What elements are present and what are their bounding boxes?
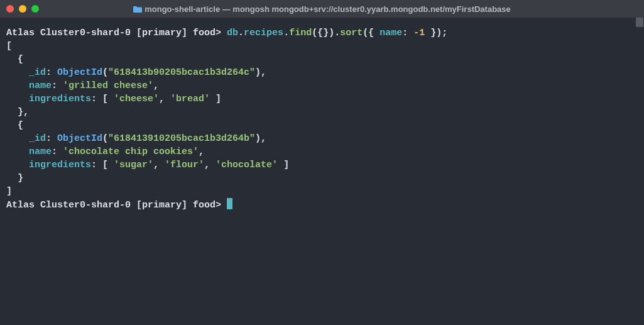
name-value: 'grilled cheese' bbox=[63, 80, 153, 91]
object-close: }, bbox=[6, 107, 29, 118]
field-ingredients: ingredients bbox=[6, 160, 91, 170]
array-close: ] bbox=[6, 186, 12, 197]
object-open: { bbox=[6, 120, 23, 131]
field-name: name bbox=[6, 80, 52, 91]
ingredient-value: 'sugar' bbox=[114, 160, 153, 170]
cmd-sort: sort bbox=[340, 28, 363, 38]
sort-field: name bbox=[379, 28, 402, 38]
name-value: 'chocolate chip cookies' bbox=[63, 146, 199, 157]
array-open: [ bbox=[6, 41, 12, 52]
field-ingredients: ingredients bbox=[6, 94, 91, 104]
window-title-text: mongo-shell-article — mongosh mongodb+sr… bbox=[145, 4, 511, 14]
maximize-icon[interactable] bbox=[31, 5, 39, 13]
field-name: name bbox=[6, 146, 52, 157]
cmd-collection: recipes bbox=[244, 28, 283, 38]
objectid-fn: ObjectId bbox=[57, 133, 102, 144]
minimize-icon[interactable] bbox=[19, 5, 26, 13]
shell-prompt: Atlas Cluster0-shard-0 [primary] food> bbox=[6, 28, 221, 38]
field-id: _id bbox=[6, 67, 46, 78]
window-title: mongo-shell-article — mongosh mongodb+sr… bbox=[0, 4, 644, 14]
id-value: "618413910205bcac1b3d264b" bbox=[108, 133, 255, 144]
object-open: { bbox=[6, 54, 23, 65]
id-value: "618413b90205bcac1b3d264c" bbox=[108, 67, 255, 78]
field-id: _id bbox=[6, 133, 46, 144]
cmd-find: find bbox=[289, 28, 312, 38]
sort-value: -1 bbox=[413, 28, 425, 38]
objectid-fn: ObjectId bbox=[57, 67, 102, 78]
ingredient-value: 'cheese' bbox=[114, 94, 159, 104]
traffic-lights bbox=[6, 5, 39, 13]
folder-icon bbox=[133, 6, 142, 13]
ingredient-value: 'chocolate' bbox=[216, 160, 278, 170]
object-close: } bbox=[6, 173, 23, 184]
cursor bbox=[227, 198, 232, 209]
ingredient-value: 'bread' bbox=[170, 94, 210, 104]
cmd-db: db bbox=[227, 28, 238, 38]
window-titlebar: mongo-shell-article — mongosh mongodb+sr… bbox=[0, 0, 644, 18]
terminal-output[interactable]: Atlas Cluster0-shard-0 [primary] food> d… bbox=[0, 18, 644, 325]
close-icon[interactable] bbox=[6, 5, 14, 13]
shell-prompt: Atlas Cluster0-shard-0 [primary] food> bbox=[6, 200, 221, 211]
ingredient-value: 'flour' bbox=[165, 160, 204, 170]
